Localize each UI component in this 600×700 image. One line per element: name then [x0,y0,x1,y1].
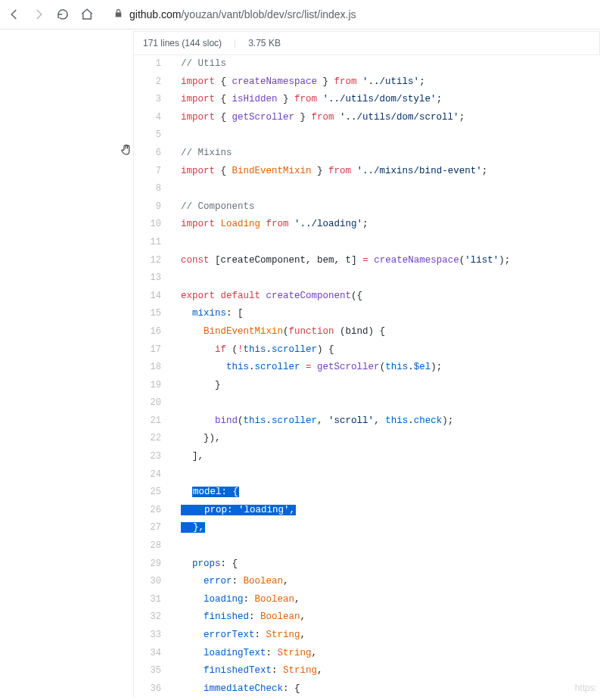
line-number[interactable]: 8 [134,180,173,198]
line-number[interactable]: 10 [134,216,173,234]
code-content[interactable]: // Utils [173,55,226,73]
code-content[interactable]: import { createNamespace } from '../util… [173,73,425,92]
line-number[interactable]: 29 [134,555,173,574]
code-content[interactable] [173,269,181,288]
forward-icon[interactable] [32,8,45,21]
code-line[interactable]: 35 finishedText: String, [134,662,600,680]
line-number[interactable]: 12 [134,252,173,270]
code-line[interactable]: 6// Mixins [134,145,600,163]
code-content[interactable]: bind(this.scroller, 'scroll', this.check… [173,412,453,431]
line-number[interactable]: 16 [134,323,173,341]
code-content[interactable] [173,394,181,412]
line-number[interactable]: 35 [134,662,173,680]
code-line[interactable]: 1// Utils [134,55,600,73]
line-number[interactable]: 4 [134,109,173,127]
code-line[interactable]: 32 finished: Boolean, [134,608,600,627]
code-line[interactable]: 31 loading: Boolean, [134,591,600,609]
code-line[interactable]: 18 this.scroller = getScroller(this.$el)… [134,359,600,377]
code-content[interactable]: const [createComponent, bem, t] = create… [173,252,510,270]
line-number[interactable]: 32 [134,608,173,627]
code-line[interactable]: 22 }), [134,430,600,448]
address-bar[interactable]: github.com/youzan/vant/blob/dev/src/list… [104,5,592,24]
line-number[interactable]: 23 [134,448,173,466]
home-icon[interactable] [80,8,94,21]
line-number[interactable]: 28 [134,537,173,555]
line-number[interactable]: 2 [134,73,173,92]
line-number[interactable]: 26 [134,502,173,520]
code-line[interactable]: 27 }, [134,519,600,537]
code-line[interactable]: 5 [134,126,600,145]
code-line[interactable]: 14export default createComponent({ [134,288,600,306]
code-content[interactable]: }), [173,430,221,448]
code-content[interactable] [173,180,181,198]
code-line[interactable]: 33 errorText: String, [134,627,600,645]
code-content[interactable]: import Loading from '../loading'; [173,216,368,234]
line-number[interactable]: 1 [134,55,173,73]
line-number[interactable]: 34 [134,645,173,663]
code-content[interactable]: import { isHidden } from '../utils/dom/s… [173,91,442,109]
code-content[interactable]: model: { [173,484,239,502]
line-number[interactable]: 33 [134,627,173,645]
line-number[interactable]: 31 [134,591,173,609]
line-number[interactable]: 25 [134,484,173,502]
code-line[interactable]: 7import { BindEventMixin } from '../mixi… [134,163,600,181]
line-number[interactable]: 7 [134,163,173,181]
code-content[interactable]: this.scroller = getScroller(this.$el); [173,359,442,377]
line-number[interactable]: 14 [134,288,173,306]
line-number[interactable]: 20 [134,394,173,412]
code-line[interactable]: 25 model: { [134,484,600,502]
code-line[interactable]: 11 [134,234,600,252]
code-content[interactable] [173,126,181,145]
code-content[interactable]: loadingText: String, [173,645,317,663]
code-content[interactable]: props: { [173,555,238,574]
code-content[interactable] [173,537,181,555]
code-line[interactable]: 30 error: Boolean, [134,573,600,591]
code-line[interactable]: 36 immediateCheck: { [134,680,600,698]
code-line[interactable]: 3import { isHidden } from '../utils/dom/… [134,91,600,109]
code-line[interactable]: 12const [createComponent, bem, t] = crea… [134,252,600,270]
line-number[interactable]: 9 [134,198,173,216]
code-viewer[interactable]: 1// Utils2import { createNamespace } fro… [134,55,600,698]
code-content[interactable]: } [173,377,221,395]
code-line[interactable]: 23 ], [134,448,600,466]
code-content[interactable]: error: Boolean, [173,573,289,591]
code-content[interactable]: // Mixins [173,145,232,163]
line-number[interactable]: 13 [134,269,173,288]
code-line[interactable]: 2import { createNamespace } from '../uti… [134,73,600,92]
code-content[interactable]: errorText: String, [173,627,306,645]
code-content[interactable]: finished: Boolean, [173,608,306,627]
code-content[interactable]: import { BindEventMixin } from '../mixin… [173,163,487,181]
code-line[interactable]: 21 bind(this.scroller, 'scroll', this.ch… [134,412,600,431]
code-content[interactable]: ], [173,448,204,466]
code-line[interactable]: 8 [134,180,600,198]
line-number[interactable]: 22 [134,430,173,448]
line-number[interactable]: 36 [134,680,173,698]
line-number[interactable]: 19 [134,377,173,395]
line-number[interactable]: 11 [134,234,173,252]
line-number[interactable]: 15 [134,305,173,323]
code-content[interactable]: immediateCheck: { [173,680,300,698]
code-content[interactable]: if (!this.scroller) { [173,341,334,359]
code-content[interactable]: BindEventMixin(function (bind) { [173,323,385,341]
code-content[interactable] [173,234,181,252]
line-number[interactable]: 6 [134,145,173,163]
line-number[interactable]: 18 [134,359,173,377]
code-content[interactable]: // Components [173,198,255,216]
code-content[interactable]: finishedText: String, [173,662,323,680]
code-content[interactable]: export default createComponent({ [173,288,362,306]
code-content[interactable]: }, [173,519,205,537]
code-line[interactable]: 26 prop: 'loading', [134,502,600,520]
line-number[interactable]: 30 [134,573,173,591]
code-line[interactable]: 16 BindEventMixin(function (bind) { [134,323,600,341]
reload-icon[interactable] [56,8,70,21]
code-line[interactable]: 4import { getScroller } from '../utils/d… [134,109,600,127]
code-line[interactable]: 24 [134,466,600,484]
line-number[interactable]: 27 [134,519,173,537]
code-line[interactable]: 13 [134,269,600,288]
code-content[interactable] [173,466,181,484]
code-line[interactable]: 10import Loading from '../loading'; [134,216,600,234]
line-number[interactable]: 5 [134,126,173,145]
back-icon[interactable] [8,8,21,21]
line-number[interactable]: 3 [134,91,173,109]
code-line[interactable]: 15 mixins: [ [134,305,600,323]
